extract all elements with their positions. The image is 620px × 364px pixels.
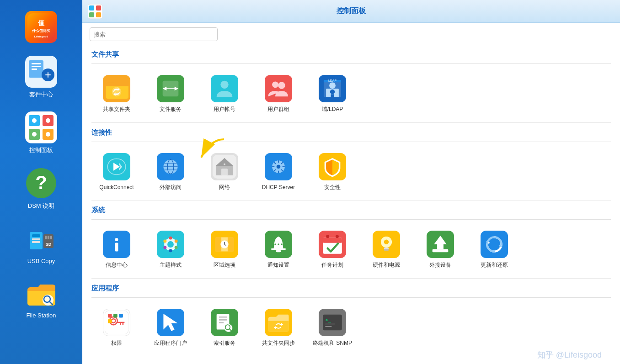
section-title-file-sharing: 文件共享 <box>91 45 611 64</box>
sidebar-label-file-station: File Station <box>26 312 56 319</box>
svg-point-91 <box>169 249 172 253</box>
svg-point-87 <box>167 241 174 248</box>
svg-rect-47 <box>267 77 290 100</box>
app-item-terminal-snmp[interactable]: >_ 终端机和 SNMP <box>307 304 358 352</box>
sidebar-item-package-center[interactable]: 套件中心 <box>5 50 78 104</box>
app-label-network: 网络 <box>219 184 230 191</box>
svg-point-105 <box>278 243 279 245</box>
app-item-hardware-power[interactable]: 硬件和电源 <box>361 226 412 274</box>
terminal-snmp-icon: >_ <box>319 309 346 336</box>
search-bar <box>82 23 620 45</box>
app-label-external-device: 外接设备 <box>429 262 451 269</box>
app-label-info-center: 信息中心 <box>106 262 128 269</box>
svg-point-89 <box>175 240 178 243</box>
app-label-notification: 通知设置 <box>267 262 289 269</box>
sidebar: 值 什么值得买 Lifeisgood 套件中心 <box>0 0 82 364</box>
permission-icon <box>103 309 130 336</box>
shared-folder-icon <box>103 75 130 102</box>
svg-point-88 <box>169 237 172 240</box>
app-item-region[interactable]: 区域选项 <box>199 226 250 274</box>
app-item-external-device[interactable]: 外接设备 <box>415 226 465 274</box>
svg-rect-29 <box>45 236 47 239</box>
app-label-quickconnect: QuickConnect <box>99 184 134 191</box>
app-item-permission[interactable]: 权限 <box>91 304 142 352</box>
info-center-icon <box>103 231 130 258</box>
app-label-external-access: 外部访问 <box>160 184 182 191</box>
svg-rect-68 <box>221 169 228 175</box>
app-item-external-access[interactable]: 外部访问 <box>145 148 196 196</box>
svg-rect-142 <box>219 319 227 321</box>
connectivity-grid: QuickConnect 外部访问 <box>91 148 611 196</box>
app-item-domain-ldap[interactable]: LDAP 域/LDAP <box>307 70 358 118</box>
svg-rect-96 <box>215 237 221 252</box>
file-station-icon <box>25 277 57 309</box>
security-icon <box>319 153 346 180</box>
svg-point-120 <box>384 240 389 244</box>
file-sharing-grid: 共享文件夹 文件服务 <box>91 70 611 118</box>
file-service-icon <box>157 75 184 102</box>
svg-point-46 <box>220 81 228 89</box>
app-label-theme-style: 主题样式 <box>160 262 182 269</box>
main-content: 控制面板 文件共享 共享文件夹 <box>82 0 620 364</box>
app-item-folder-sync[interactable]: 共文件夹同步 <box>253 304 304 352</box>
app-item-file-service[interactable]: 文件服务 <box>145 70 196 118</box>
app-label-region: 区域选项 <box>214 262 235 269</box>
svg-rect-136 <box>108 319 112 323</box>
system-grid: 信息中心 <box>91 226 611 274</box>
svg-point-92 <box>163 246 166 249</box>
svg-rect-30 <box>48 236 49 239</box>
app-item-index-service[interactable]: 索引服务 <box>199 304 250 352</box>
svg-point-93 <box>163 240 166 243</box>
app-item-quickconnect[interactable]: QuickConnect <box>91 148 142 196</box>
index-service-icon <box>211 309 238 336</box>
app-item-shared-folder[interactable]: 共享文件夹 <box>91 70 142 118</box>
app-label-permission: 权限 <box>111 340 122 347</box>
domain-ldap-icon: LDAP <box>319 75 346 102</box>
app-label-terminal-snmp: 终端机和 SNMP <box>313 340 352 347</box>
app-label-user-group: 用户群组 <box>267 106 289 113</box>
app-label-user-account: 用户帐号 <box>214 106 235 113</box>
app-item-update-restore[interactable]: 更新和还原 <box>469 226 519 274</box>
quickconnect-icon <box>103 153 130 180</box>
svg-rect-41 <box>96 12 101 17</box>
svg-rect-38 <box>89 5 94 11</box>
sidebar-item-control-panel[interactable]: 控制面板 <box>5 106 78 160</box>
svg-point-52 <box>329 82 336 89</box>
usb-copy-icon: SD <box>25 223 57 255</box>
app-label-file-service: 文件服务 <box>160 106 182 113</box>
app-item-network[interactable]: 网络 <box>199 148 250 196</box>
app-item-user-group[interactable]: 用户群组 <box>253 70 304 118</box>
svg-rect-84 <box>115 243 118 252</box>
app-item-app-portal[interactable]: 应用程序门户 <box>145 304 196 352</box>
zhihu-logo-icon: 值 什么值得买 Lifeisgood <box>25 11 57 43</box>
sidebar-label-control-panel: 控制面板 <box>29 146 53 154</box>
app-item-theme-style[interactable]: 主题样式 <box>145 226 196 274</box>
svg-rect-135 <box>119 314 123 318</box>
sidebar-item-file-station[interactable]: File Station <box>5 272 78 324</box>
sidebar-item-usb-copy[interactable]: SD USB Copy <box>5 217 78 270</box>
svg-rect-7 <box>32 66 41 67</box>
app-label-dhcp-server: DHCP Server <box>262 184 295 191</box>
svg-rect-133 <box>108 314 112 318</box>
app-item-info-center[interactable]: 信息中心 <box>91 226 142 274</box>
app-item-dhcp-server[interactable]: DHCP Server <box>253 148 304 196</box>
svg-rect-122 <box>433 249 449 253</box>
region-icon <box>211 231 238 258</box>
svg-rect-56 <box>331 94 334 97</box>
sidebar-item-dsm-help[interactable]: ? DSM 说明 <box>5 162 78 216</box>
app-item-notification[interactable]: 通知设置 <box>253 226 304 274</box>
folder-sync-icon <box>265 309 292 336</box>
svg-rect-116 <box>384 249 389 251</box>
app-item-user-account[interactable]: 用户帐号 <box>199 70 250 118</box>
app-item-task-schedule[interactable]: 任务计划 <box>307 226 358 274</box>
header-title: 控制面板 <box>337 6 366 16</box>
svg-text:?: ? <box>35 172 47 193</box>
sidebar-item-zhihu[interactable]: 值 什么值得买 Lifeisgood <box>5 5 78 48</box>
svg-point-55 <box>330 90 335 94</box>
section-title-system: 系统 <box>91 200 611 220</box>
search-input[interactable] <box>90 27 218 41</box>
applications-grid: 权限 应用程序门户 <box>91 304 611 352</box>
svg-rect-8 <box>32 69 37 70</box>
app-item-security[interactable]: 安全性 <box>307 148 358 196</box>
dsm-help-icon: ? <box>25 167 57 199</box>
